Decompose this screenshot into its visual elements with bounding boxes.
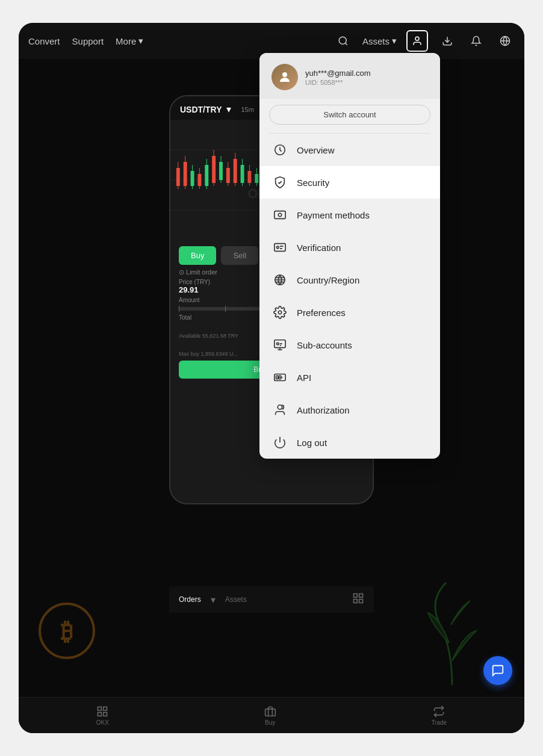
menu-item-authorization[interactable]: Authorization [259,394,440,426]
bell-icon[interactable] [467,31,486,51]
svg-rect-45 [354,594,358,598]
svg-rect-53 [265,708,275,716]
user-profile-button[interactable] [406,30,428,52]
menu-label-security: Security [297,178,329,188]
svg-point-59 [277,246,279,249]
menu-label-preferences: Preferences [297,308,346,318]
menu-label-overview: Overview [297,145,335,155]
gear-icon [272,304,288,321]
chevron-down-icon: ▾ [138,36,143,46]
svg-point-0 [339,37,346,44]
clock-icon [272,141,288,158]
menu-label-country: Country/Region [297,275,359,285]
svg-line-1 [345,43,347,45]
timeframe-15m[interactable]: 15m [241,106,253,113]
assets-button[interactable]: Assets ▾ [362,36,397,46]
bottom-tab-buy[interactable]: Buy [264,705,276,726]
shield-icon [272,174,288,191]
svg-rect-52 [104,712,107,716]
sell-button[interactable]: Sell [221,246,258,265]
user-uid: UID: 5058*** [305,79,428,86]
menu-label-payment: Payment methods [297,210,370,220]
svg-point-54 [282,72,287,77]
svg-rect-51 [98,712,102,716]
search-icon[interactable] [334,31,353,51]
menu-item-api[interactable]: API [259,361,440,394]
payment-icon [272,206,288,223]
bottom-bar: OKX Buy Trade [19,697,524,733]
menu-item-security[interactable]: Security [259,166,440,199]
user-avatar [272,64,298,90]
svg-point-62 [278,311,282,314]
dropdown-header: yuh***@gmail.com UID: 5058*** [259,53,440,99]
trading-pair: USDT/TRY [180,105,222,114]
bitcoin-decoration: ₿ [37,601,97,661]
menu-label-verification: Verification [297,243,341,253]
switch-account-button[interactable]: Switch account [269,105,430,125]
support-nav-item[interactable]: Support [72,36,104,46]
plant-decoration [416,577,488,685]
nav-right: Assets ▾ [334,30,515,52]
orders-tab[interactable]: Orders [179,595,201,604]
svg-rect-49 [98,707,102,710]
dropdown-menu: yuh***@gmail.com UID: 5058*** Switch acc… [259,53,440,459]
user-info: yuh***@gmail.com UID: 5058*** [305,69,428,86]
svg-rect-58 [275,244,285,252]
svg-point-57 [278,213,282,217]
menu-item-subaccounts[interactable]: Sub-accounts [259,329,440,361]
svg-rect-56 [275,211,285,219]
menu-item-payment[interactable]: Payment methods [259,199,440,231]
svg-rect-50 [104,707,107,710]
more-nav-item[interactable]: More ▾ [116,36,143,46]
power-icon [272,434,288,451]
user-email: yuh***@gmail.com [305,69,428,78]
menu-item-overview[interactable]: Overview [259,134,440,166]
bottom-tab-trade[interactable]: Trade [431,705,447,726]
pair-dropdown-icon: ▾ [226,104,231,115]
orders-bar: Orders ▾ Assets [169,586,374,613]
menu-label-authorization: Authorization [297,405,350,415]
svg-rect-47 [354,600,358,603]
menu-label-subaccounts: Sub-accounts [297,340,352,350]
device-frame: Convert Support More ▾ Assets ▾ [19,23,524,733]
download-icon[interactable] [438,31,457,51]
auth-icon [272,401,288,418]
bottom-tab-okx[interactable]: OKX [96,705,109,726]
nav-left: Convert Support More ▾ [28,36,334,46]
svg-text:₿: ₿ [61,618,73,645]
buy-button[interactable]: Buy [179,246,216,265]
menu-item-preferences[interactable]: Preferences [259,296,440,329]
svg-rect-48 [359,600,363,603]
api-icon [272,369,288,386]
menu-item-logout[interactable]: Log out [259,426,440,459]
chevron-down-icon: ▾ [392,36,397,46]
svg-point-64 [277,342,279,345]
menu-item-verification[interactable]: Verification [259,231,440,264]
svg-point-2 [415,37,419,40]
assets-tab[interactable]: Assets [225,595,247,604]
id-icon [272,239,288,256]
globe-icon[interactable] [495,31,515,51]
subaccount-icon [272,336,288,353]
svg-rect-46 [359,594,363,598]
menu-label-api: API [297,373,311,383]
menu-item-country[interactable]: Country/Region [259,264,440,296]
chat-button[interactable] [483,656,512,685]
svg-point-68 [278,405,282,409]
globe-icon [272,271,288,288]
menu-label-logout: Log out [297,438,327,448]
convert-nav-item[interactable]: Convert [28,36,60,46]
